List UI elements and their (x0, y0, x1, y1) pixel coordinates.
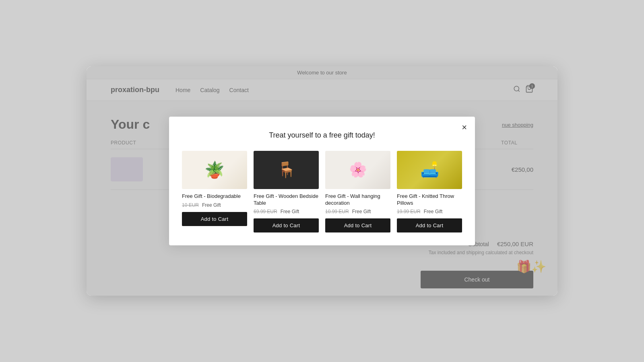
gift-free-label-1: Free Gift (202, 202, 221, 208)
gift-item-2: Free Gift - Wooden Bedside Table 69.99 E… (254, 151, 319, 233)
gift-name-4: Free Gift - Knitted Throw Pillows (397, 193, 462, 207)
add-to-cart-button-2[interactable]: Add to Cart (254, 218, 319, 232)
gift-price-row-3: 10.99 EUR Free Gift (325, 209, 390, 214)
gift-free-label-2: Free Gift (281, 209, 299, 214)
add-to-cart-button-4[interactable]: Add to Cart (397, 218, 462, 232)
gift-image-3 (325, 151, 390, 189)
gift-modal: × Treat yourself to a free gift today! F… (169, 117, 475, 246)
gift-item-1: Free Gift - Biodegradable 10 EUR Free Gi… (182, 151, 247, 233)
modal-title: Treat yourself to a free gift today! (182, 131, 462, 140)
gift-image-2 (254, 151, 319, 189)
gift-item-3: Free Gift - Wall hanging decoration 10.9… (325, 151, 390, 233)
gift-free-label-3: Free Gift (352, 209, 371, 214)
gift-price-row-2: 69.99 EUR Free Gift (254, 209, 319, 214)
add-to-cart-button-1[interactable]: Add to Cart (182, 212, 247, 226)
gift-price-row-1: 10 EUR Free Gift (182, 202, 247, 208)
gift-original-price-1: 10 EUR (182, 202, 199, 208)
gift-free-label-4: Free Gift (424, 209, 443, 214)
gift-price-row-4: 19.99 EUR Free Gift (397, 209, 462, 214)
modal-overlay[interactable]: × Treat yourself to a free gift today! F… (87, 66, 557, 296)
modal-close-button[interactable]: × (462, 123, 467, 132)
gift-grid: Free Gift - Biodegradable 10 EUR Free Gi… (182, 151, 462, 233)
gift-original-price-4: 19.99 EUR (397, 209, 421, 214)
gift-name-1: Free Gift - Biodegradable (182, 193, 247, 200)
gift-original-price-2: 69.99 EUR (254, 209, 277, 214)
browser-window: Welcome to our store proxation-bpu Home … (87, 66, 557, 296)
gift-image-1 (182, 151, 247, 189)
gift-original-price-3: 10.99 EUR (325, 209, 349, 214)
gift-name-2: Free Gift - Wooden Bedside Table (254, 193, 319, 207)
add-to-cart-button-3[interactable]: Add to Cart (325, 218, 390, 232)
gift-image-4 (397, 151, 462, 189)
gift-name-3: Free Gift - Wall hanging decoration (325, 193, 390, 207)
gift-item-4: Free Gift - Knitted Throw Pillows 19.99 … (397, 151, 462, 233)
